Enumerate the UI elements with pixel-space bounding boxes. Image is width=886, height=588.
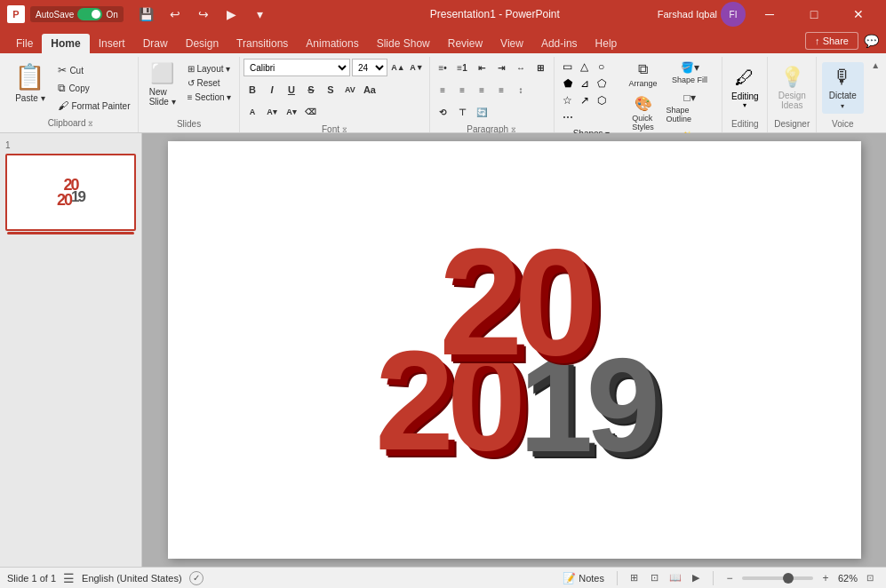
clear-format-button[interactable]: ⌫	[302, 103, 320, 121]
bullets-button[interactable]: ≡•	[434, 59, 451, 76]
tab-review[interactable]: Review	[439, 34, 491, 53]
redo-button[interactable]: ↪	[193, 4, 214, 25]
text-highlight-button[interactable]: A▾	[263, 103, 281, 121]
tab-view[interactable]: View	[491, 34, 532, 53]
present-button[interactable]: ▶	[221, 4, 243, 25]
year-2020-display: 20	[439, 238, 589, 367]
layout-button[interactable]: ⊞ Layout ▾	[184, 62, 235, 75]
dictate-button[interactable]: 🎙 Dictate ▾	[822, 62, 864, 114]
italic-button[interactable]: I	[263, 81, 281, 99]
tab-insert[interactable]: Insert	[90, 34, 134, 53]
undo-button[interactable]: ↩	[164, 4, 186, 25]
align-text-button[interactable]: ⊤	[453, 103, 471, 121]
reset-button[interactable]: ↺ Reset	[184, 76, 235, 90]
shape-item[interactable]: △	[577, 59, 593, 75]
title-bar-tools: 💾 ↩ ↪ ▶ ▾	[136, 4, 271, 25]
quick-styles-button[interactable]: 🎨 QuickStyles	[626, 92, 661, 134]
section-button[interactable]: ≡ Section ▾	[184, 91, 235, 104]
slide-thumbnail[interactable]: 20 20 19	[5, 154, 136, 231]
language-check-button[interactable]: ✓	[189, 571, 204, 585]
close-button[interactable]: ✕	[838, 0, 879, 28]
user-menu[interactable]: Farshad Iqbal FI	[658, 2, 746, 27]
text-direction-button[interactable]: ⟲	[434, 103, 451, 121]
numbering-button[interactable]: ≡1	[453, 59, 471, 76]
zoom-area: − + 62% ⊡	[721, 569, 879, 587]
decrease-indent-button[interactable]: ⇤	[473, 59, 491, 76]
slide-panel-toggle[interactable]: ☰	[63, 571, 75, 585]
tab-help[interactable]: Help	[587, 34, 627, 53]
shape-outline-button[interactable]: □▾ Shape Outline	[663, 89, 717, 126]
text-size-button[interactable]: A▾	[283, 103, 300, 121]
shape-item[interactable]: ⬠	[594, 75, 610, 91]
tab-draw[interactable]: Draw	[134, 34, 177, 53]
fit-slide-button[interactable]: ⊡	[861, 569, 879, 587]
shadow-button[interactable]: S	[322, 81, 339, 99]
share-button[interactable]: ↑ Share	[805, 32, 858, 50]
font-size-select[interactable]: 24	[352, 59, 387, 76]
shape-item[interactable]: ↗	[577, 92, 593, 108]
new-slide-button[interactable]: ⬜ NewSlide ▾	[143, 59, 182, 110]
autosave-control[interactable]: AutoSave On	[30, 6, 124, 22]
autosave-toggle[interactable]	[77, 8, 102, 20]
char-spacing-button[interactable]: AV	[341, 81, 359, 99]
slideshow-button[interactable]: ▶	[686, 569, 706, 587]
slide-sorter-button[interactable]: ⊡	[645, 569, 665, 587]
shape-item[interactable]: ○	[594, 59, 610, 75]
zoom-out-button[interactable]: −	[721, 569, 738, 587]
bold-button[interactable]: B	[243, 81, 261, 99]
tab-file[interactable]: File	[7, 34, 42, 53]
slide-canvas[interactable]: 20 20 19	[142, 133, 886, 567]
tab-transitions[interactable]: Transitions	[227, 34, 297, 53]
cut-button[interactable]: ✂ Cut	[54, 62, 133, 78]
tab-home[interactable]: Home	[42, 34, 89, 53]
shape-item[interactable]: ⋯	[560, 109, 576, 125]
paste-button[interactable]: 📋 Paste ▾	[7, 59, 52, 107]
normal-view-button[interactable]: ⊞	[625, 569, 644, 587]
format-painter-button[interactable]: 🖌 Format Painter	[54, 98, 133, 114]
language-status: English (United States)	[82, 573, 182, 584]
align-left-button[interactable]: ≡	[434, 81, 451, 99]
rtl-button[interactable]: ↔	[512, 59, 530, 76]
tab-addins[interactable]: Add-ins	[532, 34, 587, 53]
change-case-button[interactable]: Aa	[361, 81, 379, 99]
justify-button[interactable]: ≡	[492, 81, 510, 99]
font-family-select[interactable]: Calibri	[243, 59, 350, 76]
decrease-font-button[interactable]: A▼	[408, 59, 426, 76]
underline-button[interactable]: U	[283, 81, 300, 99]
tab-design[interactable]: Design	[177, 34, 227, 53]
minimize-button[interactable]: ─	[749, 0, 790, 28]
zoom-slider[interactable]	[742, 576, 813, 580]
reading-view-button[interactable]: 📖	[666, 569, 685, 587]
powerpoint-logo: P	[7, 5, 25, 23]
copy-button[interactable]: ⧉ Copy	[54, 80, 133, 96]
voice-group: 🎙 Dictate ▾ Voice	[817, 57, 868, 132]
shape-item[interactable]: ⬡	[594, 92, 610, 108]
maximize-button[interactable]: □	[794, 0, 834, 28]
zoom-in-button[interactable]: +	[817, 569, 834, 587]
shape-item[interactable]: ⊿	[577, 75, 593, 91]
shape-item[interactable]: ⬟	[560, 75, 576, 91]
tab-slideshow[interactable]: Slide Show	[368, 34, 439, 53]
design-ideas-button[interactable]: 💡 DesignIdeas	[773, 62, 811, 114]
editing-button[interactable]: 🖊 Editing ▾	[728, 63, 762, 113]
shape-item[interactable]: ▭	[560, 59, 576, 75]
increase-indent-button[interactable]: ⇥	[492, 59, 510, 76]
convert-smartart-button[interactable]: 🔄	[473, 103, 491, 121]
increase-font-button[interactable]: A▲	[389, 59, 407, 76]
save-button[interactable]: 💾	[136, 4, 157, 25]
comments-button[interactable]: 💬	[864, 34, 879, 48]
align-right-button[interactable]: ≡	[473, 81, 491, 99]
line-spacing-button[interactable]: ↕	[512, 81, 530, 99]
strikethrough-button[interactable]: S	[302, 81, 320, 99]
shape-item[interactable]: ☆	[560, 92, 576, 108]
more-tools-button[interactable]: ▾	[250, 4, 271, 25]
shape-fill-button[interactable]: 🪣▾ Shape Fill	[663, 59, 717, 87]
ribbon-collapse-button[interactable]: ▲	[868, 57, 882, 70]
tab-animations[interactable]: Animations	[297, 34, 367, 53]
align-center-button[interactable]: ≡	[453, 81, 471, 99]
title-bar: P AutoSave On 💾 ↩ ↪ ▶ ▾ Presentation1 - …	[0, 0, 886, 28]
notes-button[interactable]: 📝 Notes	[557, 570, 610, 586]
arrange-button[interactable]: ⧉ Arrange	[626, 59, 661, 91]
columns-button[interactable]: ⊞	[531, 59, 549, 76]
font-color-button[interactable]: A	[243, 103, 261, 121]
